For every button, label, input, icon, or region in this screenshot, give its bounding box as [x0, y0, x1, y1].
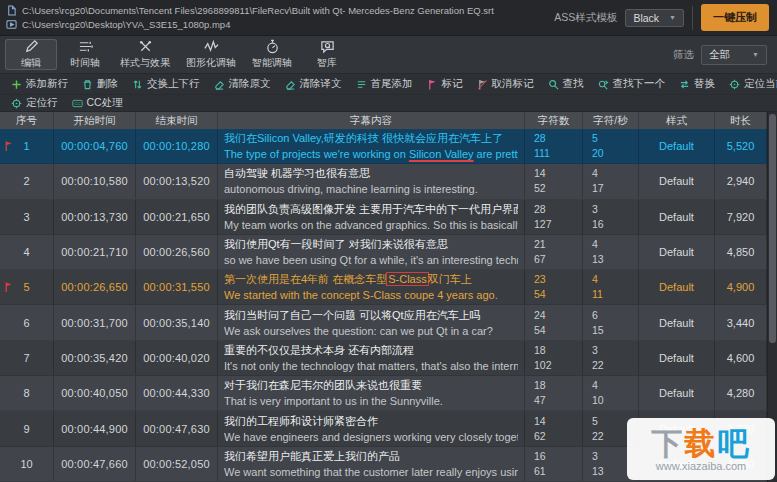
quick-toolbar-row1: 添加新行删除交换上下行清除原文清除译文首尾添加标记取消标记查找查找下一个替换定位… — [0, 74, 777, 95]
quick-item-swap[interactable]: 交换上下行 — [125, 77, 207, 91]
subtitle-translation: My team works on the advanced graphics. … — [224, 217, 518, 233]
subtitle-row[interactable]: 300:00:13,73000:00:21,650我的团队负责高级图像开发 主要… — [0, 200, 767, 235]
subtitle-original: 第一次使用是在4年前 在概念车型S-Class双门车上 — [224, 271, 518, 287]
column-header[interactable]: 序号 — [0, 112, 54, 129]
subtitle-row[interactable]: 700:00:35,42000:00:40,020重要的不仅仅是技术本身 还有内… — [0, 341, 767, 376]
quick-item-plus[interactable]: 添加新行 — [4, 77, 75, 91]
subtitle-translation: so we have been using Qt for a while, it… — [224, 252, 518, 268]
quick-item-replace[interactable]: 替换 — [672, 77, 722, 91]
loaded-files: C:\Users\rcg20\Documents\Tencent Files\2… — [0, 0, 546, 35]
row-number: 2 — [23, 175, 29, 187]
subtitle-file-text: C:\Users\rcg20\Documents\Tencent Files\2… — [22, 5, 494, 16]
char-count-cell: 1462 — [525, 411, 583, 445]
column-header[interactable]: 结束时间 — [136, 112, 218, 129]
scrollbar-thumb[interactable] — [769, 114, 776, 343]
quick-item-eraser[interactable]: 清除原文 — [207, 77, 278, 91]
start-time-cell: 00:00:26,650 — [54, 270, 136, 304]
subtitle-row[interactable]: 800:00:40,05000:00:44,330对于我们在森尼韦尔的团队来说也… — [0, 376, 767, 411]
filebar-right: ASS样式模板 Black ▼ 一键压制 — [546, 0, 777, 35]
video-file-text: C:\Users\rcg20\Desktop\YVA_S3E15_1080p.m… — [22, 19, 230, 30]
filter-label: 筛选 — [673, 48, 694, 62]
end-time-cell: 00:00:26,560 — [136, 235, 218, 269]
quick-item-label: 查找 — [563, 77, 584, 91]
char-count-cell: 1452 — [525, 164, 583, 198]
quick-item-search-next[interactable]: 查找下一个 — [591, 77, 673, 91]
marked-text: Silicon Valley — [409, 148, 474, 160]
quick-item-lines[interactable]: 首尾添加 — [349, 77, 420, 91]
bubble-icon — [320, 39, 335, 54]
quick-item-label: 清除原文 — [229, 77, 271, 91]
toolbar-item-styles[interactable]: 样式与效果 — [113, 39, 177, 70]
subtitle-translation: The type of projects we're working on Si… — [224, 146, 518, 162]
index-cell: 4 — [0, 235, 54, 269]
subtitle-content-cell: 我们在Silicon Valley,研发的科技 很快就会应用在汽车上了The t… — [218, 129, 525, 163]
style-cell: Default — [639, 376, 715, 410]
end-time-cell: 00:00:40,020 — [136, 341, 218, 375]
toolbar-item-wave[interactable]: 图形化调轴 — [179, 39, 243, 70]
char-count-cell: 1847 — [525, 376, 583, 410]
end-time-cell: 00:00:31,550 — [136, 270, 218, 304]
eraser-icon — [285, 79, 296, 90]
subtitle-original: 我们当时问了自己一个问题 可以将Qt应用在汽车上吗 — [224, 307, 518, 323]
end-time-cell: 00:00:52,050 — [136, 447, 218, 481]
chars-per-second-cell: 417 — [583, 164, 639, 198]
subtitle-row[interactable]: 200:00:10,58000:00:13,520自动驾驶 机器学习也很有意思a… — [0, 164, 767, 199]
column-header[interactable]: 开始时间 — [54, 112, 136, 129]
start-time-cell: 00:00:47,660 — [54, 447, 136, 481]
column-header[interactable]: 字符数 — [525, 112, 583, 129]
quick-item-target[interactable]: 定位当前字幕 — [722, 77, 777, 91]
end-time-cell: 00:00:13,520 — [136, 164, 218, 198]
subtitle-row[interactable]: 500:00:26,65000:00:31,550第一次使用是在4年前 在概念车… — [0, 270, 767, 305]
column-header[interactable]: 字符/秒 — [583, 112, 639, 129]
end-time-cell: 00:00:21,650 — [136, 200, 218, 234]
style-cell: Default — [639, 235, 715, 269]
quick-item-target[interactable]: 定位行 — [4, 96, 65, 110]
subtitle-original: 对于我们在森尼韦尔的团队来说也很重要 — [224, 377, 518, 393]
quick-item-trash[interactable]: 删除 — [75, 77, 125, 91]
ass-template-select[interactable]: Black ▼ — [625, 9, 684, 27]
toolbar-item-stopwatch[interactable]: 智能调轴 — [245, 39, 299, 70]
quick-item-flag-off[interactable]: 取消标记 — [470, 77, 541, 91]
subtitle-content-cell: 自动驾驶 机器学习也很有意思autonomous driving, machin… — [218, 164, 525, 198]
watermark: 下载吧 www.xiazaiba.com — [627, 418, 775, 480]
quick-item-label: 取消标记 — [492, 77, 534, 91]
subtitle-row[interactable]: 600:00:31,70000:00:35,140我们当时问了自己一个问题 可以… — [0, 305, 767, 340]
toolbar-item-timeline[interactable]: 时间轴 — [59, 39, 111, 70]
chars-per-second-cell: 615 — [583, 305, 639, 339]
column-header[interactable]: 时长 — [715, 112, 767, 129]
lines-icon — [356, 79, 367, 90]
chars-per-second-cell: 411 — [583, 270, 639, 304]
toolbar-item-pencil[interactable]: 编辑 — [5, 39, 57, 70]
subtitle-original: 我们的工程师和设计师紧密合作 — [224, 413, 518, 429]
subtitle-row[interactable]: 100:00:04,76000:00:10,280我们在Silicon Vall… — [0, 129, 767, 164]
quick-item-search[interactable]: 查找 — [541, 77, 591, 91]
char-count-cell: 18102 — [525, 341, 583, 375]
subtitle-row[interactable]: 400:00:21,71000:00:26,560我们使用Qt有一段时间了 对我… — [0, 235, 767, 270]
char-count-cell: 28111 — [525, 129, 583, 163]
toolbar-item-label: 时间轴 — [70, 56, 100, 70]
subtitle-original: 我们在Silicon Valley,研发的科技 很快就会应用在汽车上了 — [224, 130, 518, 146]
quick-item-eraser[interactable]: 清除译文 — [278, 77, 349, 91]
style-cell: Default — [639, 129, 715, 163]
subtitle-file-path[interactable]: C:\Users\rcg20\Documents\Tencent Files\2… — [6, 5, 540, 16]
filter-select[interactable]: 全部 ▼ — [701, 45, 767, 65]
quick-toolbar-row2: 定位行CCCC处理 — [0, 95, 777, 111]
table-header-row: 序号开始时间结束时间字幕内容字符数字符/秒样式时长 — [0, 112, 767, 129]
quick-encode-button[interactable]: 一键压制 — [701, 4, 769, 31]
column-header[interactable]: 样式 — [639, 112, 715, 129]
subtitle-content-cell: 我们使用Qt有一段时间了 对我们来说很有意思so we have been us… — [218, 235, 525, 269]
quick-item-flag[interactable]: 标记 — [420, 77, 470, 91]
index-cell: 2 — [0, 164, 54, 198]
chars-per-second-cell: 322 — [583, 341, 639, 375]
chars-per-second-cell: 316 — [583, 200, 639, 234]
subtitle-translation: That is very important to us in the Sunn… — [224, 393, 518, 409]
video-file-path[interactable]: C:\Users\rcg20\Desktop\YVA_S3E15_1080p.m… — [6, 19, 540, 30]
flag-off-icon — [477, 79, 488, 90]
toolbar-item-bubble[interactable]: 智库 — [301, 39, 353, 70]
watermark-char: 下 — [652, 426, 685, 461]
start-time-cell: 00:00:44,900 — [54, 411, 136, 445]
quick-item-cc[interactable]: CCCC处理 — [65, 96, 130, 110]
column-header[interactable]: 字幕内容 — [218, 112, 525, 129]
chars-per-second-cell: 520 — [583, 129, 639, 163]
target-icon — [729, 79, 740, 90]
